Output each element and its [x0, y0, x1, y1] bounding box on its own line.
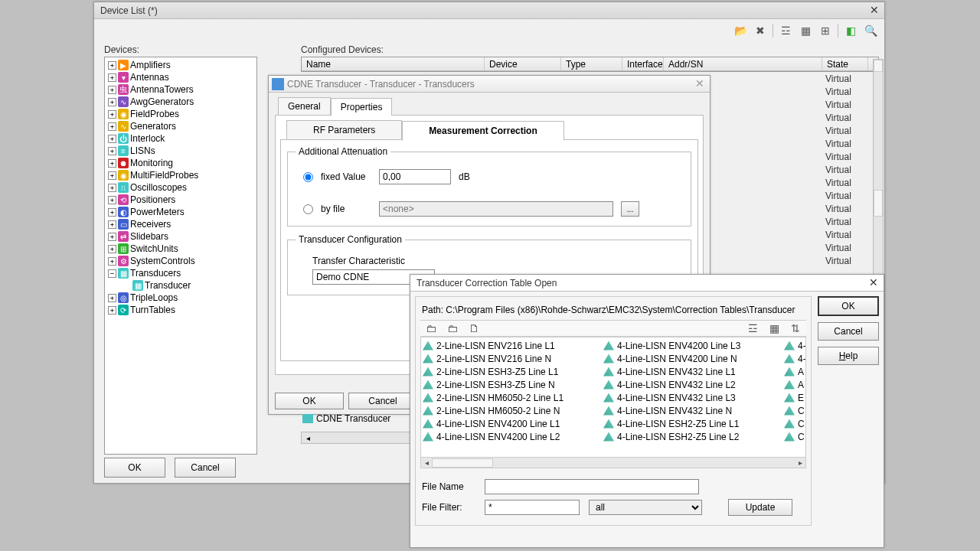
tree-item[interactable]: +◎TripleLoops	[106, 292, 255, 304]
file-item[interactable]: C	[784, 430, 805, 443]
file-item[interactable]: E	[784, 391, 805, 404]
close-icon[interactable]: ✕	[867, 277, 880, 289]
expand-icon[interactable]: +	[108, 184, 116, 192]
file-item[interactable]: 4-Line-LISN ENV4200 Line N	[603, 352, 784, 365]
column-header[interactable]: Name	[302, 57, 485, 70]
tree-item[interactable]: +∿AwgGenerators	[106, 96, 255, 108]
tree-item[interactable]: +▭Receivers	[106, 218, 255, 230]
column-header[interactable]: Type	[561, 57, 622, 70]
file-item[interactable]: 2-Line-LISN ESH3-Z5 Line L1	[423, 365, 603, 378]
file-hscrollbar[interactable]: ◂▸	[420, 458, 806, 468]
radio-fixed-value[interactable]	[303, 172, 313, 182]
expand-icon[interactable]: +	[108, 294, 116, 302]
file-item[interactable]: 4-Line-LISN ENV432 Line L2	[603, 378, 784, 391]
up-icon[interactable]: 🗀	[445, 321, 460, 336]
delete-icon[interactable]: ✖	[753, 23, 768, 38]
input-filter-pattern[interactable]	[485, 500, 580, 515]
tree-item[interactable]: −▦Transducers	[106, 267, 255, 279]
tree-item[interactable]: +⎍Oscilloscopes	[106, 181, 255, 194]
input-filename[interactable]	[485, 479, 699, 494]
expand-icon[interactable]: +	[108, 257, 116, 266]
configured-table[interactable]: NameDeviceTypeInterfaceAddr/SNState	[301, 57, 879, 72]
expand-icon[interactable]: +	[108, 233, 116, 241]
expand-icon[interactable]: +	[108, 306, 116, 315]
open-icon[interactable]: 📂	[733, 23, 748, 38]
update-button[interactable]: Update	[728, 499, 792, 516]
tree-item[interactable]: +⊞SwitchUnits	[106, 243, 255, 255]
view-list-icon[interactable]: ☲	[778, 23, 793, 38]
view-details-icon[interactable]: ▦	[766, 321, 782, 336]
expand-icon[interactable]: +	[108, 196, 116, 204]
tree-item[interactable]: +▾Antennas	[106, 71, 255, 83]
ok-button[interactable]: OK	[275, 393, 344, 409]
expand-icon[interactable]: +	[108, 245, 116, 253]
tree-item[interactable]: +∿Generators	[106, 120, 255, 132]
expand-icon[interactable]: +	[108, 110, 116, 119]
file-item[interactable]: 4-Line-LISN ENV432 Line L1	[603, 365, 784, 378]
expand-icon[interactable]: +	[108, 122, 116, 131]
expand-icon[interactable]: +	[108, 208, 116, 217]
view-list-icon[interactable]: ☲	[745, 321, 760, 336]
vscrollbar[interactable]	[873, 59, 884, 277]
tree-item[interactable]: +⟳TurnTables	[106, 304, 255, 316]
file-item[interactable]: 4-Line-LISN ESH2-Z5 Line L2	[603, 430, 784, 443]
expand-icon[interactable]: +	[108, 135, 116, 143]
expand-icon[interactable]: +	[108, 171, 116, 180]
tab-general[interactable]: General	[278, 97, 331, 115]
ok-button[interactable]: OK	[104, 458, 165, 478]
search-icon[interactable]: 🔍	[863, 23, 878, 38]
file-item[interactable]: 4-Line-LISN ENV4200 Line L2	[423, 430, 603, 443]
column-header[interactable]: Interface	[622, 57, 664, 70]
file-item[interactable]: 4-Line-LISN ENV432 Line N	[603, 404, 784, 417]
file-item[interactable]: 2-Line-LISN HM6050-2 Line L1	[423, 391, 603, 404]
file-item[interactable]: C	[784, 417, 805, 430]
tree-item[interactable]: +⇄Slidebars	[106, 230, 255, 243]
browse-file-button[interactable]: ...	[621, 201, 639, 217]
file-item[interactable]: 2-Line-LISN ENV216 Line N	[423, 352, 603, 365]
help-button[interactable]: Help	[818, 347, 879, 365]
subtab-rf-parameters[interactable]: RF Parameters	[286, 120, 402, 140]
file-item[interactable]: 4-Line-LISN ENV432 Line L3	[603, 391, 784, 404]
expand-icon[interactable]: +	[108, 147, 116, 155]
tab-properties[interactable]: Properties	[331, 98, 393, 116]
file-item[interactable]: 2-Line-LISN HM6050-2 Line N	[423, 404, 603, 417]
tree-item[interactable]: +◉MultiFieldProbes	[106, 169, 255, 181]
file-item[interactable]: 4-Line-LISN ENV4200 Line L1	[423, 417, 603, 430]
tree-item[interactable]: +⟲Positioners	[106, 194, 255, 206]
file-item[interactable]: 2-Line-LISN ENV216 Line L1	[423, 339, 603, 352]
select-filter[interactable]: all	[589, 500, 702, 515]
view-details-icon[interactable]: ▦	[798, 23, 813, 38]
file-item[interactable]: 2-Line-LISN ESH3-Z5 Line N	[423, 378, 603, 391]
ok-button[interactable]: OK	[818, 296, 879, 316]
column-header[interactable]: State	[822, 57, 868, 70]
close-icon[interactable]: ✕	[693, 78, 707, 90]
expand-icon[interactable]: −	[108, 269, 116, 278]
tree-item[interactable]: +⾍AntennaTowers	[106, 83, 255, 96]
new-icon[interactable]: 🗋	[466, 321, 482, 336]
column-header[interactable]: Addr/SN	[664, 57, 822, 70]
expand-icon[interactable]: +	[108, 61, 116, 70]
radio-by-file[interactable]	[303, 204, 313, 214]
input-fixed-value[interactable]	[379, 169, 451, 184]
tree-item[interactable]: +⏺Monitoring	[106, 157, 255, 169]
devices-tree[interactable]: +▶Amplifiers+▾Antennas+⾍AntennaTowers+∿A…	[104, 57, 257, 455]
file-item[interactable]: 4-Line-LISN ENV4200 Line L3	[603, 339, 784, 352]
tree-item-child[interactable]: ▦Transducer	[106, 279, 255, 292]
connect-icon[interactable]: ◧	[843, 23, 858, 38]
file-item[interactable]: A	[784, 365, 805, 378]
tree-item[interactable]: +⏻Interlock	[106, 132, 255, 145]
tree-item[interactable]: +▶Amplifiers	[106, 59, 255, 71]
expand-icon[interactable]: +	[108, 73, 116, 82]
tree-item[interactable]: +⚙SystemControls	[106, 255, 255, 267]
tree-item[interactable]: +≡LISNs	[106, 145, 255, 157]
file-item[interactable]: 4-Line-LISN ESH2-Z5 Line N	[784, 352, 806, 365]
tree-item[interactable]: +◐PowerMeters	[106, 206, 255, 218]
folder-icon[interactable]: 🗀	[423, 321, 439, 336]
expand-icon[interactable]: +	[108, 220, 116, 229]
cancel-button[interactable]: Cancel	[818, 322, 879, 341]
expand-icon[interactable]: +	[108, 98, 116, 106]
cancel-button[interactable]: Cancel	[175, 458, 236, 478]
column-header[interactable]: Device	[485, 57, 561, 70]
file-list[interactable]: 2-Line-LISN ENV216 Line L12-Line-LISN EN…	[420, 337, 806, 458]
view-tree-icon[interactable]: ⊞	[818, 23, 833, 38]
